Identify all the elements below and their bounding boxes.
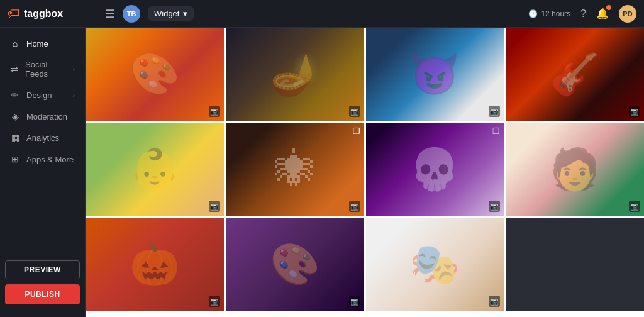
grid-item-2[interactable]: 🪔 📷	[226, 28, 364, 121]
header: 🏷 taggbox ☰ TB Widget ▾ 🕐 12 hours ? 🔔 P…	[0, 0, 644, 28]
grid-item-6-emoji: 🕷	[226, 123, 364, 216]
user-avatar-small: TB	[123, 5, 140, 23]
sidebar-item-design[interactable]: ✏ Design ›	[0, 84, 85, 106]
preview-button[interactable]: PREVIEW	[5, 260, 80, 279]
sidebar-item-analytics[interactable]: ▦ Analytics	[0, 127, 85, 148]
user-profile-avatar[interactable]: PD	[619, 5, 636, 23]
grid-item-12[interactable]	[506, 218, 644, 311]
grid-item-3[interactable]: 😈 📷	[366, 28, 504, 121]
apps-more-icon: ⊞	[10, 154, 20, 164]
instagram-icon-4: 📷	[629, 106, 640, 117]
grid-item-9[interactable]: 🎃 📷	[86, 218, 224, 311]
help-icon[interactable]: ?	[580, 8, 586, 19]
notification-badge	[606, 5, 611, 10]
social-feeds-icon: ⇄	[10, 64, 19, 74]
widget-label: Widget	[154, 9, 179, 18]
grid-item-11[interactable]: 🎭 📷	[366, 218, 504, 311]
sidebar-item-apps-more-label: Apps & More	[26, 155, 74, 164]
sidebar-item-social-feeds[interactable]: ⇄ Social Feeds ›	[0, 54, 85, 84]
hamburger-icon[interactable]: ☰	[105, 7, 115, 21]
multi-photo-icon-7: ❐	[492, 126, 500, 136]
logo-text: taggbox	[24, 8, 63, 19]
grid-item-4-emoji: 🎸	[506, 28, 644, 121]
notification-icon[interactable]: 🔔	[596, 8, 609, 19]
analytics-icon: ▦	[10, 133, 20, 143]
grid-item-10[interactable]: 🎨 📷	[226, 218, 364, 311]
instagram-icon-3: 📷	[489, 106, 500, 117]
sidebar-item-moderation[interactable]: ◈ Moderation	[0, 106, 85, 127]
moderation-icon: ◈	[10, 111, 20, 121]
publish-button[interactable]: PUBLISH	[5, 284, 80, 304]
grid-item-5-emoji: 👶	[86, 123, 224, 216]
grid-item-5[interactable]: 👶 📷	[86, 123, 224, 216]
grid-item-1[interactable]: 🎨 📷	[86, 28, 224, 121]
sidebar-bottom-actions: PREVIEW PUBLISH	[0, 253, 85, 312]
grid-item-8[interactable]: 🧑 📷	[506, 123, 644, 216]
sidebar-item-design-label: Design	[26, 91, 52, 100]
multi-photo-icon-6: ❐	[353, 126, 360, 136]
instagram-icon-5: 📷	[209, 201, 220, 212]
instagram-icon-11: 📷	[489, 296, 500, 307]
grid-item-6[interactable]: 🕷 ❐ 📷	[226, 123, 364, 216]
chevron-down-icon: ▾	[183, 9, 187, 18]
grid-item-8-emoji: 🧑	[506, 123, 644, 216]
home-icon: ⌂	[10, 38, 20, 48]
grid-item-7-emoji: 💀	[366, 123, 504, 216]
instagram-icon-1: 📷	[209, 106, 220, 117]
grid-item-12-emoji	[506, 218, 644, 311]
sidebar-item-home-label: Home	[26, 39, 48, 48]
design-icon: ✏	[10, 90, 20, 100]
content-area: 🎨 📷 🪔 📷 😈 📷 🎸 📷 👶 📷 🕷 ❐	[86, 28, 644, 317]
photo-grid: 🎨 📷 🪔 📷 😈 📷 🎸 📷 👶 📷 🕷 ❐	[86, 28, 644, 311]
time-label: 12 hours	[541, 9, 570, 18]
sidebar-item-analytics-label: Analytics	[26, 133, 59, 143]
chevron-right-icon-design: ›	[73, 92, 75, 99]
header-divider	[97, 6, 97, 21]
sidebar-item-home[interactable]: ⌂ Home	[0, 33, 85, 54]
instagram-icon-2: 📷	[349, 106, 360, 117]
grid-item-9-emoji: 🎃	[86, 218, 224, 311]
grid-item-1-emoji: 🎨	[86, 28, 224, 121]
instagram-icon-6: 📷	[349, 201, 360, 212]
grid-item-3-emoji: 😈	[366, 28, 504, 121]
sidebar: ⌂ Home ⇄ Social Feeds › ✏ Design › ◈ Mod…	[0, 28, 86, 317]
grid-item-4[interactable]: 🎸 📷	[506, 28, 644, 121]
sidebar-item-moderation-label: Moderation	[26, 112, 67, 121]
widget-selector[interactable]: Widget ▾	[148, 6, 194, 21]
instagram-icon-8: 📷	[629, 201, 640, 212]
instagram-icon-10: 📷	[349, 296, 360, 307]
logo: 🏷 taggbox	[8, 6, 89, 21]
clock-icon: 🕐	[528, 9, 538, 18]
grid-item-10-emoji: 🎨	[226, 218, 364, 311]
header-right: 🕐 12 hours ? 🔔 PD	[528, 5, 636, 23]
sidebar-item-social-feeds-label: Social Feeds	[25, 60, 67, 79]
logo-icon: 🏷	[8, 6, 20, 21]
instagram-icon-9: 📷	[209, 296, 220, 307]
grid-item-11-emoji: 🎭	[366, 218, 504, 311]
chevron-right-icon: ›	[73, 66, 75, 73]
sidebar-item-apps-more[interactable]: ⊞ Apps & More	[0, 148, 85, 170]
instagram-icon-7: 📷	[489, 201, 500, 212]
grid-item-2-emoji: 🪔	[226, 28, 364, 121]
grid-item-7[interactable]: 💀 ❐ 📷	[366, 123, 504, 216]
header-time: 🕐 12 hours	[528, 9, 570, 18]
main-layout: ⌂ Home ⇄ Social Feeds › ✏ Design › ◈ Mod…	[0, 28, 644, 317]
